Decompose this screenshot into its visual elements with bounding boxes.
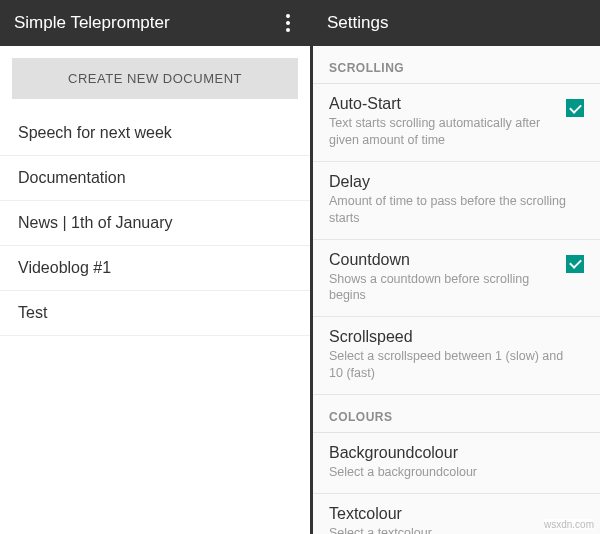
setting-subtitle: Shows a countdown before scrolling begin… [329, 271, 560, 305]
setting-subtitle: Select a scrollspeed between 1 (slow) an… [329, 348, 578, 382]
document-item[interactable]: News | 1th of January [0, 201, 310, 246]
setting-subtitle: Select a textcolour [329, 525, 578, 534]
setting-subtitle: Amount of time to pass before the scroll… [329, 193, 578, 227]
section-colours: COLOURS [313, 395, 600, 433]
settings-title: Settings [327, 13, 586, 33]
watermark: wsxdn.com [544, 519, 594, 530]
setting-backgroundcolour[interactable]: Backgroundcolour Select a backgroundcolo… [313, 433, 600, 494]
setting-label: Countdown [329, 251, 560, 269]
create-document-button[interactable]: CREATE NEW DOCUMENT [12, 58, 298, 99]
section-scrolling: SCROLLING [313, 46, 600, 84]
app-title: Simple Teleprompter [14, 13, 280, 33]
setting-subtitle: Text starts scrolling automatically afte… [329, 115, 560, 149]
setting-countdown[interactable]: Countdown Shows a countdown before scrol… [313, 240, 600, 318]
setting-label: Backgroundcolour [329, 444, 578, 462]
setting-label: Delay [329, 173, 578, 191]
setting-label: Scrollspeed [329, 328, 578, 346]
settings-pane: Settings SCROLLING Auto-Start Text start… [310, 0, 600, 534]
setting-scrollspeed[interactable]: Scrollspeed Select a scrollspeed between… [313, 317, 600, 395]
setting-delay[interactable]: Delay Amount of time to pass before the … [313, 162, 600, 240]
document-item[interactable]: Videoblog #1 [0, 246, 310, 291]
left-appbar: Simple Teleprompter [0, 0, 310, 46]
setting-auto-start[interactable]: Auto-Start Text starts scrolling automat… [313, 84, 600, 162]
document-item[interactable]: Test [0, 291, 310, 336]
overflow-menu-icon[interactable] [280, 8, 296, 38]
checkbox-icon[interactable] [566, 255, 584, 273]
setting-label: Auto-Start [329, 95, 560, 113]
checkbox-icon[interactable] [566, 99, 584, 117]
documents-pane: Simple Teleprompter CREATE NEW DOCUMENT … [0, 0, 310, 534]
setting-subtitle: Select a backgroundcolour [329, 464, 578, 481]
document-item[interactable]: Speech for next week [0, 111, 310, 156]
document-item[interactable]: Documentation [0, 156, 310, 201]
right-appbar: Settings [313, 0, 600, 46]
setting-label: Textcolour [329, 505, 578, 523]
